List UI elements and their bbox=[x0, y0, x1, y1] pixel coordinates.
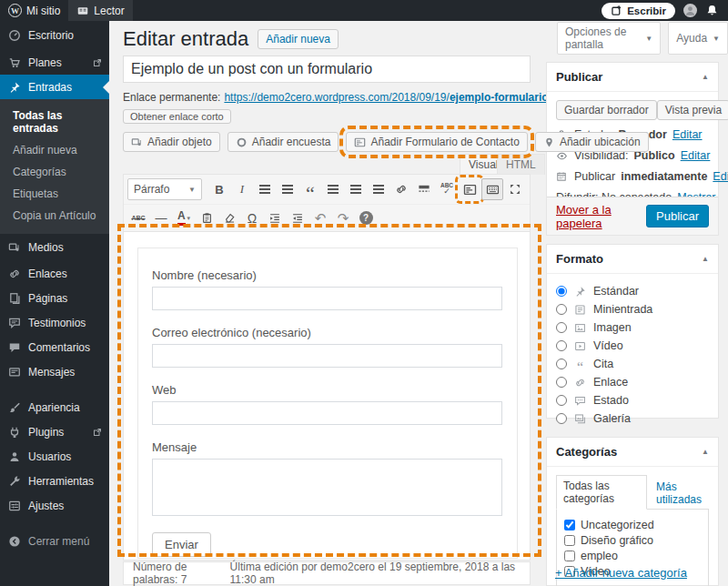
help-toolbar-button[interactable]: ? bbox=[355, 207, 377, 229]
sidebar-item-entradas[interactable]: Entradas bbox=[0, 75, 109, 99]
format-radio-minientrada[interactable] bbox=[556, 304, 567, 315]
indent-button[interactable] bbox=[287, 207, 308, 229]
save-draft-button[interactable]: Guardar borrador bbox=[556, 100, 657, 120]
sidebar-item-enlaces[interactable]: Enlaces bbox=[0, 261, 109, 286]
add-contact-form-button[interactable]: Añadir Formulario de Contacto bbox=[346, 132, 527, 152]
publish-button[interactable]: Publicar bbox=[646, 205, 709, 227]
sidebar-item-mensajes[interactable]: Mensajes bbox=[0, 359, 109, 384]
collapse-panel-icon[interactable]: ▲ bbox=[702, 255, 709, 263]
submenu-todas-las-entradas[interactable]: Todas las entradas bbox=[0, 105, 109, 139]
help-button[interactable]: Ayuda ▼ bbox=[668, 22, 728, 55]
preview-button[interactable]: Vista previa bbox=[657, 100, 728, 120]
form-email-input[interactable] bbox=[152, 344, 502, 368]
align-left-button[interactable] bbox=[322, 178, 344, 200]
form-message-textarea[interactable] bbox=[152, 459, 502, 516]
clear-formatting-button[interactable] bbox=[218, 207, 240, 229]
fullscreen-button[interactable] bbox=[504, 178, 526, 200]
add-poll-button[interactable]: Añadir encuesta bbox=[228, 132, 339, 152]
horizontal-rule-button[interactable]: — bbox=[150, 207, 172, 229]
sidebar-item-usuarios[interactable]: Usuarios bbox=[0, 444, 109, 469]
status-bubble-icon bbox=[573, 395, 587, 407]
italic-button[interactable]: I bbox=[231, 178, 253, 200]
write-button[interactable]: Escribir bbox=[602, 3, 675, 19]
contact-form-toolbar-button[interactable] bbox=[459, 178, 480, 200]
toolbar-toggle-button[interactable] bbox=[481, 178, 503, 200]
numbered-list-icon bbox=[282, 185, 293, 194]
add-new-post-button[interactable]: Añadir nueva bbox=[258, 29, 339, 49]
numbered-list-button[interactable] bbox=[277, 178, 298, 200]
notifications-bell-icon[interactable] bbox=[705, 4, 719, 17]
reader-menu[interactable]: Lector bbox=[68, 0, 132, 21]
category-label: Uncategorized bbox=[581, 519, 654, 531]
add-location-button[interactable]: Añadir ubicación bbox=[535, 132, 649, 152]
format-panel-header[interactable]: Formato ▲ bbox=[547, 245, 718, 274]
sidebar-item-apariencia[interactable]: Apariencia bbox=[0, 395, 109, 419]
format-radio-galeria[interactable] bbox=[556, 413, 567, 424]
edit-status-link[interactable]: Editar bbox=[672, 128, 703, 141]
format-radio-imagen[interactable] bbox=[556, 322, 567, 333]
format-radio-estandar[interactable] bbox=[556, 286, 567, 297]
add-media-button[interactable]: Añadir objeto bbox=[123, 132, 220, 152]
my-site-menu[interactable]: W Mi sitio bbox=[0, 0, 68, 21]
insert-link-button[interactable] bbox=[390, 178, 412, 200]
align-center-button[interactable] bbox=[345, 178, 367, 200]
bold-button[interactable]: B bbox=[208, 178, 230, 200]
spellcheck-button[interactable]: ABC ✓ bbox=[436, 178, 458, 200]
category-checkbox-diseno-grafico[interactable] bbox=[564, 535, 575, 546]
collapse-panel-icon[interactable]: ▲ bbox=[702, 73, 709, 81]
blockquote-button[interactable]: “ bbox=[299, 183, 321, 205]
form-web-input[interactable] bbox=[152, 401, 502, 425]
sidebar-item-testimonios[interactable]: Testimonios bbox=[0, 310, 109, 335]
tab-most-used[interactable]: Más utilizadas bbox=[656, 477, 709, 510]
sidebar-item-escritorio[interactable]: Escritorio bbox=[0, 21, 109, 50]
strikethrough-button[interactable]: ABC bbox=[127, 207, 149, 229]
editor-canvas[interactable]: Nombre (necesario) Correo electrónico (n… bbox=[124, 232, 530, 560]
collapse-panel-icon[interactable]: ▲ bbox=[702, 448, 709, 456]
bullet-list-button[interactable] bbox=[254, 178, 276, 200]
read-more-tag-button[interactable] bbox=[413, 178, 435, 200]
paragraph-format-select[interactable]: Párrafo ▼ bbox=[127, 178, 202, 200]
text-color-button[interactable]: A ▾ bbox=[173, 207, 195, 229]
submenu-categorias[interactable]: Categorías bbox=[0, 161, 109, 183]
format-radio-estado[interactable] bbox=[556, 395, 567, 406]
outdent-button[interactable] bbox=[264, 207, 286, 229]
screen-options-button[interactable]: Opciones de pantalla ▼ bbox=[557, 22, 661, 55]
format-radio-cita[interactable] bbox=[556, 359, 567, 369]
tab-html[interactable]: HTML bbox=[497, 154, 545, 175]
undo-button[interactable]: ↶ bbox=[309, 207, 331, 229]
paste-as-text-button[interactable] bbox=[196, 207, 217, 229]
get-shortlink-button[interactable]: Obtener enlace corto bbox=[123, 109, 231, 124]
redo-button[interactable]: ↷ bbox=[332, 207, 354, 229]
plugin-icon bbox=[7, 426, 21, 439]
sidebar-item-ajustes[interactable]: Ajustes bbox=[0, 493, 109, 518]
sidebar-item-herramientas[interactable]: Herramientas bbox=[0, 469, 109, 493]
user-avatar[interactable] bbox=[683, 4, 697, 17]
tab-all-categories[interactable]: Todas las categorías bbox=[556, 475, 647, 510]
collapse-menu-button[interactable]: Cerrar menú bbox=[0, 529, 109, 553]
format-radio-enlace[interactable] bbox=[556, 377, 567, 388]
category-checkbox-empleo[interactable] bbox=[564, 551, 575, 561]
submenu-anadir-nueva[interactable]: Añadir nueva bbox=[0, 139, 109, 161]
edit-visibility-link[interactable]: Editar bbox=[681, 149, 711, 162]
categories-panel-header[interactable]: Categorías ▲ bbox=[547, 438, 718, 467]
submenu-etiquetas[interactable]: Etiquetas bbox=[0, 183, 109, 205]
form-submit-button[interactable]: Enviar bbox=[152, 532, 211, 557]
align-right-button[interactable] bbox=[368, 178, 389, 200]
publish-panel-header[interactable]: Publicar ▲ bbox=[547, 63, 718, 92]
permalink-link[interactable]: https://demo2cero.wordpress.com/2018/09/… bbox=[224, 91, 551, 104]
submenu-copia-un-articulo[interactable]: Copia un Artículo bbox=[0, 205, 109, 227]
sidebar-item-comentarios[interactable]: Comentarios bbox=[0, 335, 109, 359]
add-new-category-link[interactable]: + Añadir nueva categoría bbox=[555, 566, 687, 580]
sidebar-item-plugins[interactable]: Plugins bbox=[0, 419, 109, 444]
sidebar-item-medios[interactable]: Medios bbox=[0, 234, 109, 261]
special-character-button[interactable]: Ω bbox=[241, 207, 263, 229]
collapse-arrow-circle-icon bbox=[7, 535, 21, 548]
category-checkbox-uncategorized[interactable] bbox=[564, 520, 575, 530]
post-title-input[interactable] bbox=[123, 56, 531, 83]
edit-schedule-link[interactable]: Editar bbox=[713, 170, 728, 183]
form-name-input[interactable] bbox=[152, 287, 502, 310]
sidebar-item-planes[interactable]: Planes bbox=[0, 50, 109, 75]
move-to-trash-link[interactable]: Mover a la papelera bbox=[556, 203, 646, 230]
sidebar-item-paginas[interactable]: Páginas bbox=[0, 286, 109, 310]
format-radio-video[interactable] bbox=[556, 340, 567, 351]
